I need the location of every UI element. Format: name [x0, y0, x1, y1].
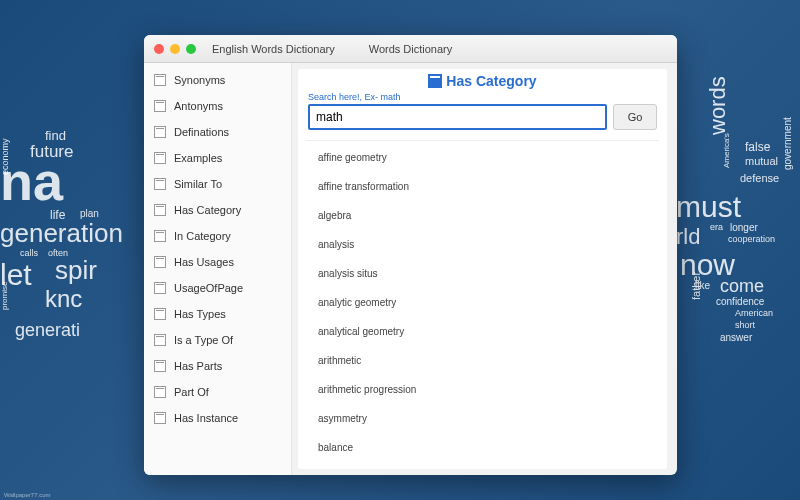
search-hint-label: Search here!, Ex- math — [308, 92, 657, 102]
bg-word: spir — [55, 255, 97, 286]
grid-icon — [154, 100, 166, 112]
grid-icon — [154, 152, 166, 164]
bg-word: confidence — [716, 296, 764, 307]
bg-word: cooperation — [728, 234, 775, 244]
sidebar-item-label: Has Category — [174, 204, 241, 216]
close-button[interactable] — [154, 44, 164, 54]
bg-word: often — [48, 248, 68, 258]
result-item[interactable]: analytic geometry — [314, 288, 651, 317]
grid-icon — [154, 126, 166, 138]
grid-icon — [154, 360, 166, 372]
sidebar-item-label: Definations — [174, 126, 229, 138]
sidebar: SynonymsAntonymsDefinationsExamplesSimil… — [144, 63, 292, 475]
sidebar-item-label: UsageOfPage — [174, 282, 243, 294]
sidebar-item-label: Has Types — [174, 308, 226, 320]
result-item[interactable]: algebra — [314, 201, 651, 230]
minimize-button[interactable] — [170, 44, 180, 54]
main-panel: Has Category Search here!, Ex- math Go a… — [298, 69, 667, 469]
sidebar-item[interactable]: Antonyms — [144, 93, 291, 119]
book-icon — [428, 74, 442, 88]
sidebar-item-label: Is a Type Of — [174, 334, 233, 346]
sidebar-item[interactable]: Has Parts — [144, 353, 291, 379]
result-item[interactable]: analysis situs — [314, 259, 651, 288]
bg-word: mutual — [745, 155, 778, 167]
result-item[interactable]: analytical geometry — [314, 317, 651, 346]
wallpaper-credit: Wallpaper77.com — [4, 492, 50, 498]
bg-word: find — [45, 128, 66, 143]
sidebar-item-label: Similar To — [174, 178, 222, 190]
search-row: Search here!, Ex- math Go — [298, 92, 667, 136]
bg-word: promise — [0, 282, 9, 310]
grid-icon — [154, 308, 166, 320]
sidebar-item[interactable]: Definations — [144, 119, 291, 145]
sidebar-item-label: Synonyms — [174, 74, 225, 86]
grid-icon — [154, 230, 166, 242]
grid-icon — [154, 256, 166, 268]
app-title: English Words Dictionary — [212, 43, 335, 55]
grid-icon — [154, 334, 166, 346]
fullscreen-button[interactable] — [186, 44, 196, 54]
window-subtitle: Words Dictionary — [369, 43, 453, 55]
bg-word: short — [735, 320, 755, 330]
sidebar-item-label: Has Instance — [174, 412, 238, 424]
bg-word: come — [720, 276, 764, 297]
result-item[interactable]: analysis — [314, 230, 651, 259]
bg-word: words — [705, 76, 731, 135]
bg-word: America's — [722, 133, 731, 168]
panel-header: Has Category — [298, 69, 667, 92]
bg-word: father — [690, 272, 702, 300]
bg-word: life — [50, 208, 65, 222]
bg-word: economy — [0, 138, 10, 175]
sidebar-item[interactable]: Has Category — [144, 197, 291, 223]
grid-icon — [154, 386, 166, 398]
result-item[interactable]: arithmetic progression — [314, 375, 651, 404]
go-button[interactable]: Go — [613, 104, 657, 130]
bg-word: American — [735, 308, 773, 318]
results-list[interactable]: affine geometryaffine transformationalge… — [306, 140, 659, 469]
panel-title-text: Has Category — [446, 73, 536, 89]
sidebar-item-label: Examples — [174, 152, 222, 164]
traffic-lights — [154, 44, 196, 54]
sidebar-item[interactable]: Has Types — [144, 301, 291, 327]
bg-word: like — [695, 280, 710, 291]
window-body: SynonymsAntonymsDefinationsExamplesSimil… — [144, 63, 677, 475]
sidebar-item[interactable]: Is a Type Of — [144, 327, 291, 353]
bg-word: false — [745, 140, 770, 154]
bg-word: answer — [720, 332, 752, 343]
bg-word: longer — [730, 222, 758, 233]
result-item[interactable]: affine geometry — [314, 143, 651, 172]
result-item[interactable]: asymmetry — [314, 404, 651, 433]
sidebar-item-label: Has Parts — [174, 360, 222, 372]
bg-word: plan — [80, 208, 99, 219]
bg-word: rld — [676, 224, 700, 250]
sidebar-item-label: Has Usages — [174, 256, 234, 268]
bg-word: must — [676, 190, 741, 224]
result-item[interactable]: arithmetic — [314, 346, 651, 375]
sidebar-item[interactable]: UsageOfPage — [144, 275, 291, 301]
grid-icon — [154, 74, 166, 86]
grid-icon — [154, 282, 166, 294]
sidebar-item[interactable]: Synonyms — [144, 67, 291, 93]
search-input[interactable] — [308, 104, 607, 130]
result-item[interactable]: affine transformation — [314, 172, 651, 201]
sidebar-item[interactable]: Similar To — [144, 171, 291, 197]
sidebar-item-label: Antonyms — [174, 100, 223, 112]
bg-word: government — [782, 117, 793, 170]
sidebar-item[interactable]: Part Of — [144, 379, 291, 405]
sidebar-item-label: In Category — [174, 230, 231, 242]
search-wrap: Go — [308, 104, 657, 130]
bg-word: now — [680, 248, 735, 282]
sidebar-item[interactable]: Examples — [144, 145, 291, 171]
sidebar-item[interactable]: Has Usages — [144, 249, 291, 275]
bg-word: generati — [15, 320, 80, 341]
sidebar-item[interactable]: Has Instance — [144, 405, 291, 431]
panel-title: Has Category — [428, 73, 536, 89]
bg-word: future — [30, 142, 73, 162]
bg-word: era — [710, 222, 723, 232]
result-item[interactable]: balance — [314, 433, 651, 462]
sidebar-item[interactable]: In Category — [144, 223, 291, 249]
bg-word: defense — [740, 172, 779, 184]
sidebar-item-label: Part Of — [174, 386, 209, 398]
bg-word: let — [0, 258, 32, 292]
bg-word: calls — [20, 248, 38, 258]
